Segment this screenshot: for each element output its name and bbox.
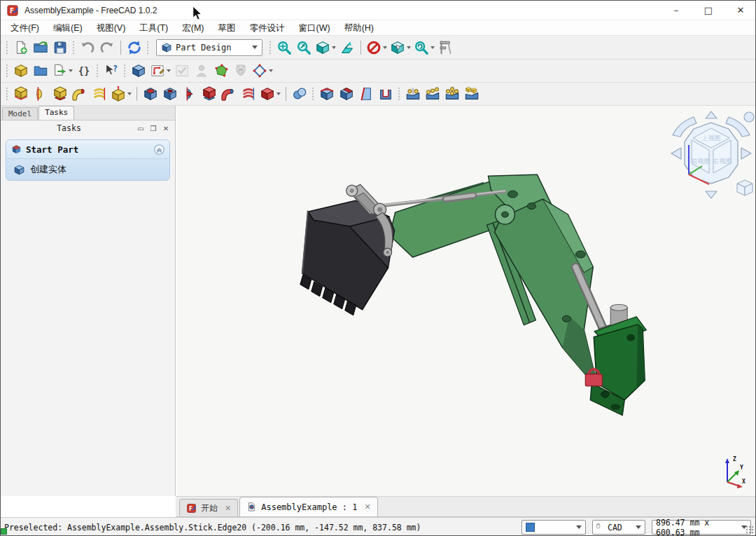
3d-viewport[interactable]: 上视图 前视图 右视图 xyxy=(176,106,756,496)
hole-button[interactable] xyxy=(160,85,180,104)
menu-item[interactable]: 草图 xyxy=(211,20,243,36)
zoom-tools-button[interactable] xyxy=(412,38,436,57)
isometric-view-button[interactable] xyxy=(314,38,337,57)
navcube-mini-cube[interactable] xyxy=(737,180,752,195)
subtractive-primitive-button[interactable] xyxy=(258,85,282,104)
multitransform-button[interactable] xyxy=(462,85,482,104)
toolbar-grip[interactable] xyxy=(398,87,401,101)
navcube-arrow-up[interactable] xyxy=(706,111,717,118)
minimize-button[interactable]: – xyxy=(660,1,692,20)
document-tab[interactable]: F 开始 ✕ xyxy=(179,499,238,516)
map-sketch-button[interactable] xyxy=(211,62,231,81)
resize-grip[interactable] xyxy=(746,525,754,534)
workbench-selector[interactable]: Part Design xyxy=(156,39,262,56)
close-button[interactable]: ✕ xyxy=(724,1,756,20)
toolbar-grip[interactable] xyxy=(123,64,127,78)
navigation-cube-button[interactable] xyxy=(388,38,412,57)
revolution-button[interactable] xyxy=(31,85,50,104)
menu-item[interactable]: 零件设计 xyxy=(243,20,292,36)
sketch-button[interactable] xyxy=(148,62,172,81)
tab-close-icon[interactable]: ✕ xyxy=(225,504,231,513)
groove-button[interactable] xyxy=(180,85,200,104)
menu-item[interactable]: 工具(T) xyxy=(132,20,175,36)
panel-float-icon[interactable]: ❐ xyxy=(148,123,158,133)
draft-button[interactable] xyxy=(356,85,376,104)
new-document-button[interactable] xyxy=(11,38,31,57)
fillet-button[interactable] xyxy=(317,85,337,104)
toolbar-grip[interactable] xyxy=(6,64,9,78)
chamfer-button[interactable] xyxy=(337,85,356,104)
navcube-right-label[interactable]: 右视图 xyxy=(713,158,732,165)
panel-minimize-icon[interactable]: ▭ xyxy=(136,123,146,133)
pad-button[interactable] xyxy=(11,85,31,104)
redo-button[interactable] xyxy=(97,38,117,57)
toolbar-grip[interactable] xyxy=(312,87,315,101)
sync-view-button[interactable] xyxy=(337,38,357,57)
toolbar-grip[interactable] xyxy=(146,41,150,55)
navcube-arrow-down[interactable] xyxy=(706,191,717,198)
subtractive-loft-button[interactable] xyxy=(200,85,219,104)
body-button[interactable] xyxy=(129,62,148,81)
mirrored-button[interactable] xyxy=(403,85,423,104)
collapse-chevron-icon[interactable] xyxy=(153,144,165,156)
navcube-home[interactable] xyxy=(744,112,754,122)
document-tab[interactable]: AssemblyExample : 1 ✕ xyxy=(239,497,378,516)
save-document-button[interactable] xyxy=(50,38,70,57)
fit-all-button[interactable] xyxy=(274,38,294,57)
navigation-style-combo[interactable]: CAD xyxy=(592,520,645,535)
navcube-top-label[interactable]: 上视图 xyxy=(702,135,721,142)
start-part-header[interactable]: Start Part xyxy=(6,140,169,159)
boolean-button[interactable] xyxy=(290,85,309,104)
color-style-combo[interactable] xyxy=(522,520,586,535)
person-icon xyxy=(194,63,209,78)
refresh-button[interactable] xyxy=(125,38,144,57)
menu-bar: 文件(F)编辑(E)视图(V)工具(T)宏(M)草图零件设计窗口(W)帮助(H) xyxy=(1,20,756,36)
datum-button[interactable] xyxy=(251,62,274,81)
toolbar-grip[interactable] xyxy=(269,41,272,55)
panel-tab-model[interactable]: Model xyxy=(2,107,38,120)
clipping-plane-button[interactable] xyxy=(365,38,388,57)
export-button[interactable] xyxy=(50,62,74,81)
navcube-arrow-right[interactable] xyxy=(741,148,751,159)
toolbar-grip[interactable] xyxy=(6,41,9,55)
menu-item[interactable]: 窗口(W) xyxy=(292,20,337,36)
toolbar-grip[interactable] xyxy=(6,87,9,101)
navigation-cube[interactable]: 上视图 前视图 右视图 xyxy=(666,110,756,208)
panel-tab-tasks[interactable]: Tasks xyxy=(38,106,74,120)
linear-pattern-button[interactable] xyxy=(423,85,442,104)
panel-close-icon[interactable]: ✕ xyxy=(161,123,171,133)
task-item-create-body[interactable]: 创建实体 xyxy=(6,159,169,180)
view-dimensions-combo[interactable]: 896.47 mm x 600.63 mm xyxy=(652,520,751,535)
pocket-button[interactable] xyxy=(141,85,160,104)
part-button[interactable] xyxy=(11,62,31,81)
navcube-arrow-left[interactable] xyxy=(671,148,681,159)
svg-text:F: F xyxy=(10,7,14,15)
tab-close-icon[interactable]: ✕ xyxy=(365,502,371,511)
navcube-front-label[interactable]: 前视图 xyxy=(692,158,710,165)
start-part-title: Start Part xyxy=(26,144,153,155)
maximize-button[interactable]: □ xyxy=(692,1,724,20)
menu-item[interactable]: 编辑(E) xyxy=(46,20,90,36)
primitive-add-button[interactable] xyxy=(109,85,133,104)
polar-pattern-button[interactable] xyxy=(442,85,462,104)
menu-item[interactable]: 帮助(H) xyxy=(337,20,381,36)
whats-this-button[interactable]: ? xyxy=(102,62,121,81)
subtractive-helix-button[interactable] xyxy=(239,85,258,104)
open-document-button[interactable] xyxy=(31,38,50,57)
additive-helix-button[interactable] xyxy=(90,85,109,104)
menu-item[interactable]: 文件(F) xyxy=(4,20,46,36)
menu-item[interactable]: 宏(M) xyxy=(175,20,211,36)
group-button[interactable] xyxy=(31,62,50,81)
zoom-selection-button[interactable] xyxy=(294,38,314,57)
undo-button[interactable] xyxy=(78,38,97,57)
measure-button[interactable] xyxy=(436,38,456,57)
subtractive-pipe-button[interactable] xyxy=(219,85,239,104)
thickness-button[interactable] xyxy=(376,85,396,104)
toolbar-separator xyxy=(286,87,286,101)
menu-item[interactable]: 视图(V) xyxy=(90,20,133,36)
expression-button[interactable]: {} xyxy=(74,62,94,81)
toolbar-grip[interactable] xyxy=(96,64,99,78)
additive-pipe-button[interactable] xyxy=(70,85,90,104)
additive-loft-button[interactable] xyxy=(50,85,70,104)
toolbar-grip[interactable] xyxy=(72,41,76,55)
